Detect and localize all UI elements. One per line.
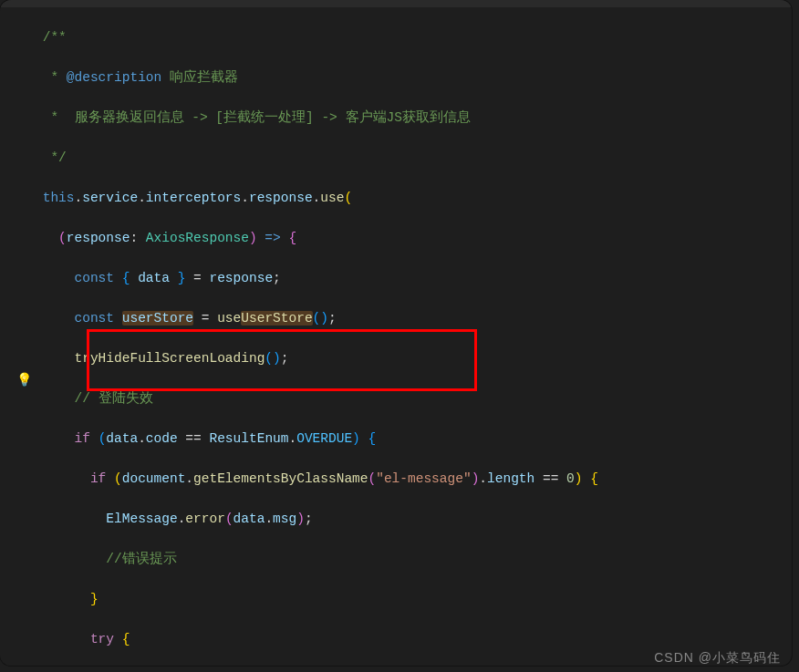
var: document (122, 471, 186, 486)
comment-text: // 登陆失效 (75, 391, 153, 406)
prop: code (146, 431, 178, 446)
method: use (320, 191, 344, 205)
prop: msg (273, 512, 296, 526)
titlebar (0, 0, 792, 7)
method: error (185, 512, 225, 526)
lightbulb-icon[interactable]: 💡 (16, 372, 29, 385)
prop: response (249, 191, 313, 205)
var: response (209, 271, 273, 285)
kw-if: if (90, 471, 106, 486)
var-userstore: userStore (122, 311, 193, 326)
kw-if: if (75, 431, 90, 446)
comment-text: * 服务器换返回信息 -> [拦截统一处理] -> 客户端JS获取到信息 (43, 110, 471, 125)
fn: UserStore (241, 311, 312, 326)
enum-val: OVERDUE (296, 431, 352, 446)
comment-text: //错误提示 (106, 552, 176, 566)
param: response (67, 231, 130, 245)
prop: length (487, 471, 534, 486)
gutter: 💡 (0, 7, 35, 666)
var: data (106, 431, 138, 446)
string: "el-message" (376, 471, 471, 486)
var: ElMessage (106, 512, 177, 526)
kw-try: try (90, 632, 114, 646)
var: data (138, 271, 170, 285)
kw-const: const (75, 271, 115, 285)
method: getElementsByClassName (193, 471, 368, 486)
prop: service (82, 191, 138, 205)
code-area[interactable]: /** * @description 响应拦截器 * 服务器换返回信息 -> [… (35, 7, 792, 666)
var: data (233, 512, 265, 526)
prop: interceptors (146, 191, 241, 205)
enum: ResultEnum (209, 431, 288, 446)
comment-text: */ (43, 150, 67, 165)
watermark: CSDN @小菜鸟码住 (654, 650, 781, 667)
comment-text: * @description 响应拦截器 (43, 70, 238, 85)
type: AxiosResponse (146, 231, 249, 245)
code-editor-window: 💡 /** * @description 响应拦截器 * 服务器换返回信息 ->… (0, 0, 792, 666)
number: 0 (566, 471, 575, 486)
kw-const: const (75, 311, 115, 326)
comment-text: /** (43, 30, 67, 45)
kw-this: this (43, 191, 75, 205)
fn: use (217, 311, 241, 326)
fn: tryHideFullScreenLoading (75, 351, 265, 366)
